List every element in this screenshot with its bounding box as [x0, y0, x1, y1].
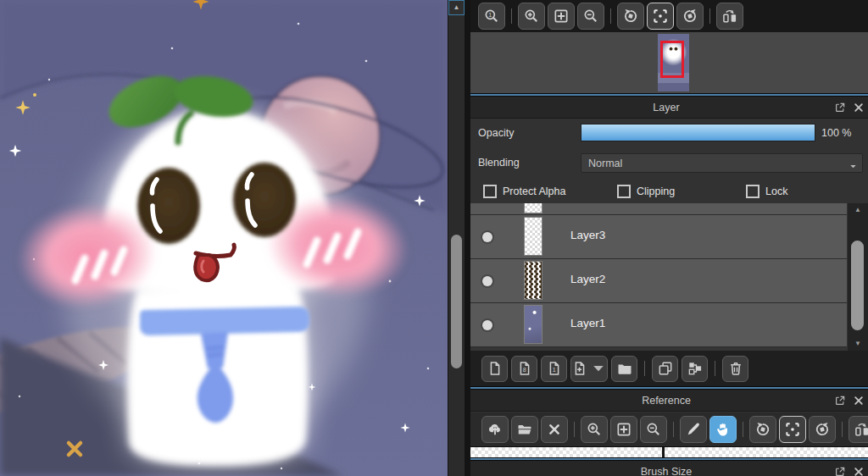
- layer-visibility-dot[interactable]: [482, 276, 492, 286]
- rotate-cw-button[interactable]: [676, 3, 704, 30]
- checkbox-box[interactable]: [746, 185, 760, 198]
- brush-size-panel-title: Brush Size: [465, 466, 868, 476]
- duplicate-layer-button[interactable]: [652, 356, 678, 382]
- popout-icon[interactable]: [834, 466, 846, 476]
- layer-thumbnail: [524, 305, 542, 344]
- navigator-toolbar: [465, 0, 868, 32]
- checkbox-label: Lock: [765, 185, 787, 197]
- open-folder-button[interactable]: [511, 416, 538, 443]
- layer-thumbnail: [524, 261, 542, 300]
- toolbar-separator: [673, 422, 674, 437]
- brush-size-panel-header: Brush Size: [465, 461, 868, 476]
- toolbar-separator: [709, 8, 710, 24]
- zoom-in-button[interactable]: [581, 416, 608, 443]
- reset-view-button[interactable]: [779, 416, 806, 443]
- canvas-vertical-scrollbar[interactable]: ▲: [448, 0, 465, 476]
- layer-row[interactable]: Layer1: [465, 303, 847, 347]
- color-picker-button[interactable]: [680, 416, 707, 443]
- layer-list: Layer3 Layer2 Layer1 ▲ ▼: [465, 203, 868, 351]
- popout-icon[interactable]: [834, 102, 846, 113]
- side-panel: Layer Opacity 100 % Blending Normal Prot…: [465, 0, 868, 476]
- toolbar-separator: [715, 361, 715, 376]
- opacity-label: Opacity: [478, 127, 514, 139]
- toolbar-separator: [842, 422, 843, 437]
- navigator-preview[interactable]: [465, 32, 868, 93]
- new-1bit-layer-button[interactable]: [541, 356, 567, 382]
- add-layer-menu-button[interactable]: [570, 356, 608, 382]
- checkbox-label: Protect Alpha: [503, 185, 565, 197]
- fit-view-button[interactable]: [548, 3, 575, 30]
- layer-visibility-dot[interactable]: [482, 232, 492, 242]
- clipping-checkbox[interactable]: Clipping: [617, 185, 675, 198]
- new-8bit-layer-button[interactable]: [511, 356, 537, 382]
- layer-name: Layer1: [570, 317, 605, 329]
- zoom-out-button[interactable]: [577, 3, 604, 30]
- toolbar-separator: [511, 8, 512, 24]
- clear-button[interactable]: [541, 416, 568, 443]
- checkbox-box[interactable]: [617, 185, 631, 198]
- zoom-100-button[interactable]: [478, 3, 505, 30]
- protect-alpha-checkbox[interactable]: Protect Alpha: [483, 185, 565, 198]
- toolbar-separator: [644, 361, 645, 376]
- rotate-ccw-button[interactable]: [617, 3, 644, 30]
- navigator-thumbnail[interactable]: [658, 34, 689, 91]
- app-window: ▲ Layer: [0, 0, 868, 476]
- flip-view-button[interactable]: [849, 416, 868, 443]
- opacity-value: 100 %: [821, 127, 851, 139]
- layer-toolbar: [465, 351, 868, 386]
- layer-name: Layer2: [570, 273, 605, 285]
- layer-row[interactable]: Layer3: [465, 215, 847, 259]
- canvas-artwork: [0, 0, 448, 476]
- reference-panel-header: Reference: [465, 390, 868, 412]
- layer-panel-header: Layer: [465, 97, 868, 119]
- zoom-out-button[interactable]: [640, 416, 667, 443]
- reference-toolbar: [465, 412, 868, 446]
- layer-row[interactable]: Layer2: [465, 259, 847, 303]
- checkbox-label: Clipping: [637, 185, 675, 197]
- new-folder-button[interactable]: [611, 356, 637, 382]
- lock-checkbox[interactable]: Lock: [746, 185, 787, 198]
- reference-panel-title: Reference: [465, 395, 868, 407]
- close-icon[interactable]: [853, 466, 865, 476]
- layer-name: Layer3: [570, 229, 605, 241]
- scroll-down-button[interactable]: ▼: [848, 340, 868, 347]
- blending-label: Blending: [478, 157, 520, 169]
- new-layer-button[interactable]: [481, 356, 508, 382]
- layer-visibility-dot[interactable]: [482, 320, 492, 330]
- scroll-up-button[interactable]: ▲: [848, 207, 868, 213]
- merge-layer-button[interactable]: [682, 356, 708, 382]
- scrollbar-thumb[interactable]: [851, 241, 864, 330]
- reference-preview-strip[interactable]: [465, 446, 868, 457]
- zoom-in-button[interactable]: [518, 3, 545, 30]
- rotate-ccw-button[interactable]: [749, 416, 776, 443]
- drawing-canvas[interactable]: [0, 0, 448, 476]
- navigator-view-rect: [660, 41, 684, 78]
- scrollbar-thumb[interactable]: [451, 235, 462, 368]
- layer-row-partial[interactable]: [465, 203, 847, 215]
- rotate-cw-button[interactable]: [809, 416, 836, 443]
- layer-list-scrollbar[interactable]: ▲ ▼: [848, 203, 868, 351]
- fit-view-button[interactable]: [610, 416, 637, 443]
- blending-value: Normal: [588, 158, 622, 169]
- toolbar-separator: [743, 422, 743, 437]
- toolbar-separator: [610, 8, 611, 24]
- flip-view-button[interactable]: [716, 3, 743, 30]
- layer-thumbnail: [524, 203, 542, 213]
- delete-layer-button[interactable]: [722, 356, 748, 382]
- hand-tool-button[interactable]: [709, 416, 737, 443]
- popout-icon[interactable]: [834, 395, 846, 407]
- opacity-slider[interactable]: [581, 124, 815, 141]
- checkbox-box[interactable]: [483, 185, 497, 198]
- chevron-down-icon: [849, 159, 858, 169]
- panel-edge: [465, 0, 470, 476]
- close-icon[interactable]: [853, 395, 865, 407]
- import-image-button[interactable]: [481, 416, 509, 443]
- toolbar-separator: [574, 422, 575, 437]
- layer-thumbnail: [524, 217, 542, 256]
- scroll-up-button[interactable]: ▲: [449, 1, 464, 14]
- blending-select[interactable]: Normal: [581, 153, 863, 173]
- close-icon[interactable]: [853, 102, 865, 113]
- layer-panel-title: Layer: [465, 102, 868, 113]
- reference-strip-marker: [662, 447, 665, 457]
- reset-view-button[interactable]: [647, 3, 674, 30]
